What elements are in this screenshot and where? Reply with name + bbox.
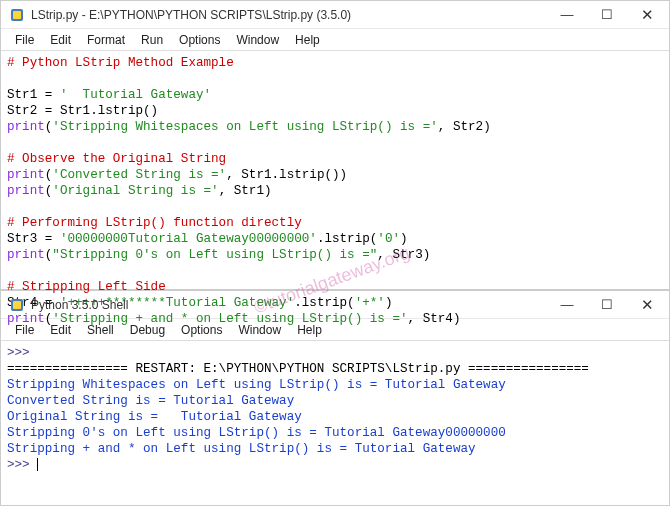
text-cursor (37, 458, 38, 471)
menu-edit[interactable]: Edit (42, 321, 79, 339)
python-file-icon (9, 7, 25, 23)
code-line: print (7, 184, 45, 198)
code-line: Str1 = (7, 88, 60, 102)
maximize-button[interactable]: ☐ (587, 2, 627, 28)
menu-window[interactable]: Window (230, 321, 289, 339)
code-line: 'Stripping Whitespaces on Left using LSt… (52, 120, 437, 134)
code-line: , Str4) (408, 312, 461, 326)
code-line: 'Converted String is =' (52, 168, 226, 182)
maximize-button[interactable]: ☐ (587, 292, 627, 318)
code-line: , Str1) (219, 184, 272, 198)
prompt: >>> (7, 346, 30, 360)
code-line: # Observe the Original String (7, 152, 226, 166)
menu-run[interactable]: Run (133, 31, 171, 49)
code-line: , Str1.lstrip()) (226, 168, 347, 182)
editor-titlebar[interactable]: LStrip.py - E:\PYTHON\PYTHON SCRIPTS\LSt… (1, 1, 669, 29)
window-controls: — ☐ ✕ (547, 292, 667, 318)
code-area[interactable]: # Python LStrip Method Example Str1 = ' … (1, 51, 669, 331)
code-line: ' Tutorial Gateway' (60, 88, 211, 102)
minimize-button[interactable]: — (547, 2, 587, 28)
svg-rect-3 (13, 301, 21, 309)
code-line: 'Original String is =' (52, 184, 218, 198)
menu-help[interactable]: Help (289, 321, 330, 339)
output-line: Stripping Whitespaces on Left using LStr… (7, 378, 506, 392)
menu-options[interactable]: Options (173, 321, 230, 339)
prompt: >>> (7, 458, 30, 472)
code-line: # Stripping Left Side (7, 280, 166, 294)
editor-title: LStrip.py - E:\PYTHON\PYTHON SCRIPTS\LSt… (31, 8, 547, 22)
code-line: # Python LStrip Method Example (7, 56, 234, 70)
output-line: Converted String is = Tutorial Gateway (7, 394, 294, 408)
editor-window: LStrip.py - E:\PYTHON\PYTHON SCRIPTS\LSt… (0, 0, 670, 290)
restart-line: ================ RESTART: E:\PYTHON\PYTH… (7, 362, 589, 376)
shell-title: Python 3.5.0 Shell (31, 298, 547, 312)
menu-options[interactable]: Options (171, 31, 228, 49)
menu-window[interactable]: Window (228, 31, 287, 49)
code-line: "Stripping 0's on Left using LStrip() is… (52, 248, 377, 262)
output-line: Stripping 0's on Left using LStrip() is … (7, 426, 506, 440)
code-line: '0' (377, 232, 400, 246)
window-controls: — ☐ ✕ (547, 2, 667, 28)
code-line: Str3 = (7, 232, 60, 246)
output-line: Original String is = Tutorial Gateway (7, 410, 302, 424)
menu-file[interactable]: File (7, 31, 42, 49)
code-line: # Performing LStrip() function directly (7, 216, 302, 230)
menu-debug[interactable]: Debug (122, 321, 173, 339)
code-line: '00000000Tutorial Gateway00000000' (60, 232, 317, 246)
menu-shell[interactable]: Shell (79, 321, 122, 339)
menu-file[interactable]: File (7, 321, 42, 339)
menu-edit[interactable]: Edit (42, 31, 79, 49)
code-line: .lstrip( (317, 232, 377, 246)
shell-area[interactable]: >>> ================ RESTART: E:\PYTHON\… (1, 341, 669, 477)
code-line: ) (400, 232, 408, 246)
code-line: print (7, 120, 45, 134)
svg-rect-1 (13, 11, 21, 19)
code-line: print (7, 168, 45, 182)
editor-menubar: File Edit Format Run Options Window Help (1, 29, 669, 51)
code-line: , Str2) (438, 120, 491, 134)
close-button[interactable]: ✕ (627, 2, 667, 28)
output-line: Stripping + and * on Left using LStrip()… (7, 442, 476, 456)
code-line: Str2 = Str1.lstrip() (7, 104, 158, 118)
menu-help[interactable]: Help (287, 31, 328, 49)
python-shell-icon (9, 297, 25, 313)
menu-format[interactable]: Format (79, 31, 133, 49)
minimize-button[interactable]: — (547, 292, 587, 318)
code-line: , Str3) (377, 248, 430, 262)
code-line: print (7, 248, 45, 262)
close-button[interactable]: ✕ (627, 292, 667, 318)
